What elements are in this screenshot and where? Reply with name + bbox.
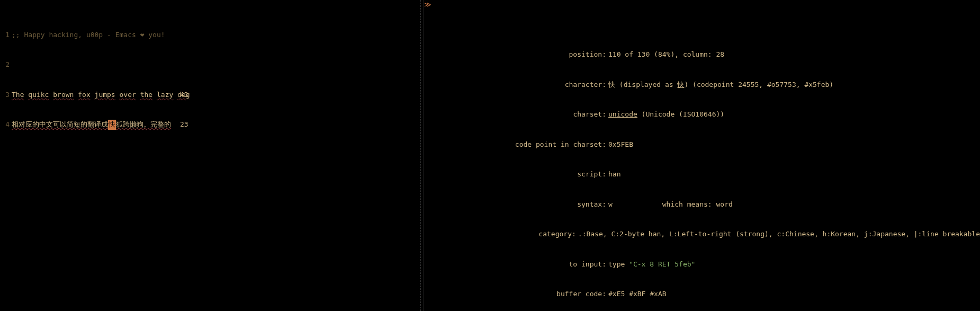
editor-pane[interactable]: 1 ;; Happy hacking, u00p - Emacs ❤ you! … — [0, 0, 424, 311]
info-value: 110 of 130 (84%), column: 28 — [608, 50, 724, 60]
info-value: han — [608, 170, 621, 180]
info-label: code point in charset: — [428, 140, 608, 150]
info-label: script: — [428, 170, 608, 180]
help-pane[interactable]: ≫ position:110 of 130 (84%), column: 28 … — [424, 0, 980, 311]
info-value: .:Base, C:2-byte han, L:Left-to-right (s… — [578, 229, 980, 239]
info-label: category: — [428, 229, 578, 239]
info-label: position: — [428, 50, 608, 60]
info-value: #xE5 #xBF #xAB — [608, 289, 667, 299]
line-number: 4 — [0, 120, 12, 130]
info-label: character: — [428, 80, 608, 90]
info-label: buffer code: — [428, 289, 608, 299]
info-label: syntax: — [428, 200, 608, 210]
cursor-char: 快 — [108, 120, 116, 130]
fill-column-indicator — [420, 0, 421, 311]
info-value: type "C-x 8 RET 5feb" — [608, 260, 695, 270]
info-value: w which means: word — [608, 200, 733, 210]
line-number: 3 — [0, 90, 12, 100]
column-indicator: 43 — [180, 90, 188, 100]
info-label: charset: — [428, 110, 608, 120]
comment-text: ;; Happy hacking, u00p - Emacs ❤ you! — [12, 30, 165, 40]
info-value: 0x5FEB — [608, 140, 633, 150]
fringe-indicator-icon: ≫ — [424, 0, 431, 10]
line-number: 2 — [0, 60, 12, 70]
editor-text[interactable]: 相对应的中文可以简短的翻译成快狐跨懒狗。完整的 — [12, 120, 171, 130]
info-value: 快 (displayed as 快) (codepoint 24555, #o5… — [608, 80, 833, 90]
line-number: 1 — [0, 30, 12, 40]
charset-link[interactable]: unicode — [608, 110, 637, 118]
info-value: unicode (Unicode (ISO10646)) — [608, 110, 724, 120]
editor-text[interactable]: The quikc brown fox jumps over the lazy … — [12, 90, 190, 100]
info-label: to input: — [428, 260, 608, 270]
char-link[interactable]: 快 — [677, 81, 684, 88]
column-indicator: 23 — [180, 120, 188, 130]
